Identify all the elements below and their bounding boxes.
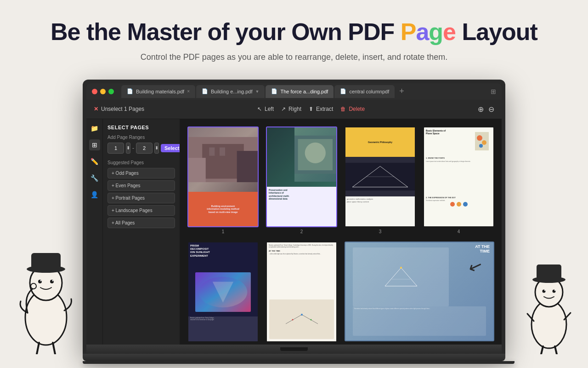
page-thumb-2[interactable]: Preservation andInheritance ofarchitectu… xyxy=(266,126,337,227)
page-range-section: Add Page Ranges ⬍ - ⬍ Select xyxy=(107,135,175,154)
minimize-dot[interactable] xyxy=(100,89,106,94)
laptop-stand xyxy=(83,354,505,361)
svg-point-39 xyxy=(531,300,566,348)
page-to-input[interactable] xyxy=(136,143,153,154)
geo-bottom-3: geometric mathematics analysisplane spac… xyxy=(345,196,415,226)
unselect-x-icon: ✕ xyxy=(94,106,98,112)
odd-pages-button[interactable]: + Odd Pages xyxy=(107,168,175,178)
suggested-label: Suggested Pages xyxy=(107,160,175,165)
svg-line-25 xyxy=(385,268,401,286)
letter-a: a xyxy=(416,18,429,45)
svg-line-20 xyxy=(286,315,302,324)
svg-point-15 xyxy=(477,135,482,141)
page-num-3: 3 xyxy=(379,229,382,234)
page-range-inputs: ⬍ - ⬍ Select xyxy=(107,143,175,154)
pages-grid: Building environmentinformation modeling… xyxy=(180,119,502,345)
page-card-6[interactable]: Newton graduated from Trinity College, C… xyxy=(266,242,337,344)
page-to-stepper[interactable]: ⬍ xyxy=(154,143,159,154)
page-card-4[interactable]: Basic Elements ofPlane Space 1. KNOW THE… xyxy=(423,126,494,234)
zoom-out-button[interactable]: ⊖ xyxy=(488,105,494,114)
page-from-stepper[interactable]: ⬍ xyxy=(126,143,130,154)
svg-point-17 xyxy=(479,144,483,148)
tab-dropdown[interactable]: ▼ xyxy=(255,89,260,94)
tab-central[interactable]: 📄 central columnpdf xyxy=(334,85,395,98)
thumb-content-5: PRISMDECOMPOSITION SUNLIGHTEXPERIMENT xyxy=(188,242,258,341)
svg-rect-14 xyxy=(475,132,489,150)
tab-close-btn[interactable]: × xyxy=(187,89,190,94)
hero-title: Be the Master of your Own PDF Page Layou… xyxy=(9,18,579,46)
thumb-content-2: Preservation andInheritance ofarchitectu… xyxy=(267,127,336,226)
right-label: Right xyxy=(288,106,301,112)
right-button[interactable]: ↗ Right xyxy=(281,106,301,112)
suggested-section: Suggested Pages + Odd Pages + Even Pages… xyxy=(107,160,175,228)
page-card-3[interactable]: Geometric Philosophy xyxy=(345,126,416,234)
delete-label: Delete xyxy=(349,106,365,112)
page-num-4: 4 xyxy=(458,229,460,234)
svg-rect-33 xyxy=(31,253,61,271)
even-pages-button[interactable]: + Even Pages xyxy=(107,180,175,191)
tabs-bar: 📄 Building materials.pdf × 📄 Building e.… xyxy=(121,85,496,98)
portrait-pages-button[interactable]: + Portrait Pages xyxy=(107,193,175,203)
page-card-5[interactable]: PRISMDECOMPOSITION SUNLIGHTEXPERIMENT xyxy=(187,242,259,344)
toolbar-left: ✕ Unselect 1 Pages xyxy=(94,106,144,112)
maximize-dot[interactable] xyxy=(108,89,114,94)
delete-button[interactable]: 🗑 Delete xyxy=(340,106,365,112)
sidebar-icon-pages[interactable]: ⊞ xyxy=(89,139,100,150)
toolbar: ✕ Unselect 1 Pages ↖ Left ↗ Right ⬆ xyxy=(86,100,502,119)
unselect-button[interactable]: ✕ Unselect 1 Pages xyxy=(94,106,144,112)
add-tab-button[interactable]: + xyxy=(396,86,408,96)
page-card-1[interactable]: Building environmentinformation modeling… xyxy=(187,126,259,234)
page-thumb-3[interactable]: Geometric Philosophy xyxy=(345,126,416,227)
thumb-content-3: Geometric Philosophy xyxy=(345,127,415,226)
tab-building-e[interactable]: 📄 Building e...ing.pdf ▼ xyxy=(196,85,265,98)
close-dot[interactable] xyxy=(92,89,97,94)
tab-icon4: 📄 xyxy=(340,88,346,94)
geo-image-3 xyxy=(345,157,415,196)
hero-subtitle: Control the PDF pages as you are able to… xyxy=(9,52,579,62)
page-thumb-5[interactable]: PRISMDECOMPOSITION SUNLIGHTEXPERIMENT xyxy=(187,242,259,342)
toolbar-actions: ↖ Left ↗ Right ⬆ Extract 🗑 Delete xyxy=(153,106,469,112)
page-card-2[interactable]: Preservation andInheritance ofarchitectu… xyxy=(266,126,337,234)
prism-title-5: PRISMDECOMPOSITION SUNLIGHTEXPERIMENT xyxy=(190,244,256,258)
tab-label4: central columnpdf xyxy=(349,89,389,94)
extract-button[interactable]: ⬆ Extract xyxy=(309,106,333,112)
svg-point-36 xyxy=(40,280,42,282)
tab-icon3: 📄 xyxy=(271,88,277,94)
thumb-content-6: Newton graduated from Trinity College, C… xyxy=(267,242,336,341)
svg-point-45 xyxy=(544,290,545,291)
tab-force[interactable]: 📄 The force a...ding.pdf xyxy=(266,85,334,98)
unselect-label: Unselect 1 Pages xyxy=(101,106,144,112)
sidebar-icon-folder[interactable]: 📁 xyxy=(89,123,100,134)
left-button[interactable]: ↖ Left xyxy=(257,106,274,112)
zoom-in-button[interactable]: ⊕ xyxy=(478,105,484,114)
left-label: Left xyxy=(265,106,274,112)
all-pages-button[interactable]: + All Pages xyxy=(107,218,175,228)
sidebar-icon-person[interactable]: 👤 xyxy=(89,189,100,200)
thumb-content-1: Building environmentinformation modeling… xyxy=(188,127,258,226)
laptop-foot xyxy=(83,361,514,364)
landscape-pages-button[interactable]: + Landscape Pages xyxy=(107,205,175,216)
page-thumb-6[interactable]: Newton graduated from Trinity College, C… xyxy=(266,242,337,342)
highlight-ring-2 xyxy=(267,127,336,226)
app-container: 📄 Building materials.pdf × 📄 Building e.… xyxy=(83,80,505,364)
sidebar-icon-edit[interactable]: ✏️ xyxy=(89,156,100,167)
prism-text-5: Newton graduated from Trinity College...… xyxy=(188,316,258,341)
title-start: Be the Master of your Own PDF xyxy=(51,18,401,45)
tab-icon2: 📄 xyxy=(202,88,208,94)
letter-p: P xyxy=(401,18,416,45)
select-button[interactable]: Select xyxy=(161,144,180,152)
laptop-frame: 📄 Building materials.pdf × 📄 Building e.… xyxy=(83,80,505,354)
laptop-base xyxy=(86,345,502,354)
page-thumb-4[interactable]: Basic Elements ofPlane Space 1. KNOW THE… xyxy=(423,126,494,227)
page-from-input[interactable] xyxy=(107,143,124,154)
delete-icon: 🗑 xyxy=(340,106,346,112)
page-thumb-1[interactable]: Building environmentinformation modeling… xyxy=(187,126,259,227)
p4-circles xyxy=(450,202,468,207)
page-num-2: 2 xyxy=(300,229,303,234)
sidebar-icon-tools[interactable]: 🔧 xyxy=(89,172,100,184)
svg-rect-42 xyxy=(537,264,561,281)
tab-building-materials[interactable]: 📄 Building materials.pdf × xyxy=(121,85,195,98)
sidebar-icons: 📁 ⊞ ✏️ 🔧 👤 xyxy=(86,119,103,345)
tab-label3: The force a...ding.pdf xyxy=(280,89,328,94)
right-icon: ↗ xyxy=(281,106,286,112)
